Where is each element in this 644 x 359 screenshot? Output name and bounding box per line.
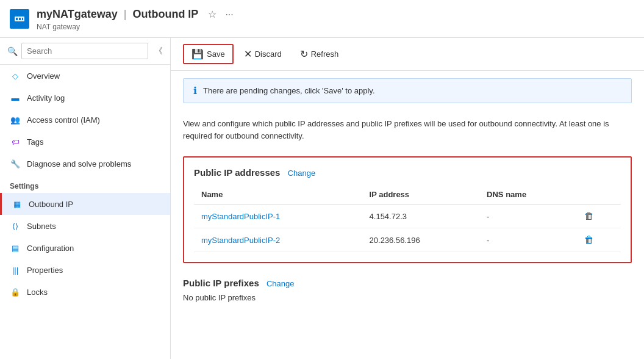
table-row: myStandardPublicIP-14.154.72.3-🗑 [194,205,621,228]
save-button[interactable]: 💾 Save [183,44,234,64]
save-icon: 💾 [191,48,204,60]
more-options-button[interactable]: ··· [223,7,235,23]
sidebar-item-subnets[interactable]: ⟨⟩ Subnets [0,215,170,237]
info-icon: ℹ [193,85,197,96]
sidebar-item-configuration[interactable]: ▤ Configuration [0,237,170,259]
collapse-sidebar-button[interactable]: 《 [154,46,163,57]
sidebar-item-label: Diagnose and solve problems [27,159,131,169]
sidebar-item-label: Properties [27,266,63,275]
favorite-button[interactable]: ☆ [206,6,219,23]
sidebar-item-label: Overview [27,71,60,81]
info-banner: ℹ There are pending changes, click 'Save… [183,78,632,103]
prefix-empty: No public IP prefixes [183,293,632,302]
sidebar-item-overview[interactable]: ◇ Overview [0,65,170,87]
ip-table: Name IP address DNS name myStandardPubli… [194,185,621,252]
ip-table-header: Name IP address DNS name [194,185,621,205]
change-prefix-link[interactable]: Change [267,279,295,288]
page-title: Outbound IP [132,8,198,21]
public-prefix-section: Public IP prefixes Change No public IP p… [171,270,644,310]
sidebar-item-label: Activity log [27,93,65,103]
sidebar-item-label: Locks [27,288,48,297]
description-text: View and configure which public IP addre… [171,111,644,149]
sidebar-item-activity-log[interactable]: ▬ Activity log [0,87,170,109]
col-actions [577,185,621,205]
outbound-ip-icon: ▦ [12,198,23,209]
prefix-title: Public IP prefixes Change [183,278,632,288]
diagnose-icon: 🔧 [10,158,21,169]
configuration-icon: ▤ [10,242,21,253]
svg-rect-3 [22,18,23,20]
delete-ip-button[interactable]: 🗑 [584,211,594,222]
main-content: 💾 Save ✕ Discard ↻ Refresh ℹ There are p… [171,38,644,359]
sidebar: 🔍 《 ◇ Overview ▬ Activity log 👥 Access c… [0,38,171,359]
action-cell: 🗑 [577,228,621,252]
delete-ip-button[interactable]: 🗑 [584,234,594,245]
save-label: Save [207,49,225,59]
refresh-label: Refresh [311,49,339,59]
activity-log-icon: ▬ [10,92,21,103]
sidebar-item-label: Subnets [27,222,56,231]
toolbar: 💾 Save ✕ Discard ↻ Refresh [171,38,644,71]
header-text: myNATgateway | Outbound IP ☆ ··· NAT gat… [37,6,236,31]
discard-label: Discard [255,49,282,59]
tags-icon: 🏷 [10,136,21,147]
ip-name-cell: myStandardPublicIP-1 [194,205,362,228]
refresh-icon: ↻ [300,48,308,60]
col-name: Name [194,185,362,205]
col-ip: IP address [362,185,480,205]
public-ip-section: Public IP addresses Change Name IP addre… [183,156,632,263]
ip-name-cell: myStandardPublicIP-2 [194,228,362,252]
locks-icon: 🔒 [10,286,21,297]
ip-name-link[interactable]: myStandardPublicIP-1 [201,212,280,221]
ip-address-cell: 4.154.72.3 [362,205,480,228]
header-separator: | [124,8,127,21]
table-row: myStandardPublicIP-220.236.56.196-🗑 [194,228,621,252]
resource-type: NAT gateway [37,23,236,31]
ip-name-link[interactable]: myStandardPublicIP-2 [201,236,280,245]
action-cell: 🗑 [577,205,621,228]
nat-gateway-icon [13,13,26,25]
dns-name-cell: - [479,228,577,252]
sidebar-nav: ◇ Overview ▬ Activity log 👥 Access contr… [0,65,170,303]
page-header: myNATgateway | Outbound IP ☆ ··· NAT gat… [0,0,644,38]
svg-rect-1 [16,18,18,20]
search-input[interactable] [21,43,148,59]
search-box: 🔍 《 [0,38,170,65]
info-message: There are pending changes, click 'Save' … [203,86,375,95]
sidebar-item-label: Access control (IAM) [27,115,100,125]
subnets-icon: ⟨⟩ [10,220,21,231]
settings-section-label: Settings [0,175,170,193]
discard-button[interactable]: ✕ Discard [236,45,290,63]
dns-name-cell: - [479,205,577,228]
sidebar-item-properties[interactable]: ||| Properties [0,259,170,281]
sidebar-item-label: Tags [27,137,43,147]
col-dns: DNS name [479,185,577,205]
change-ip-link[interactable]: Change [288,169,316,178]
sidebar-item-locks[interactable]: 🔒 Locks [0,281,170,303]
public-ip-title: Public IP addresses Change [194,167,621,178]
sidebar-item-access-control[interactable]: 👥 Access control (IAM) [0,109,170,131]
ip-table-body: myStandardPublicIP-14.154.72.3-🗑myStanda… [194,205,621,252]
access-control-icon: 👥 [10,114,21,125]
sidebar-item-label: Outbound IP [29,200,73,209]
refresh-button[interactable]: ↻ Refresh [292,45,347,63]
svg-rect-2 [19,18,21,20]
sidebar-item-diagnose[interactable]: 🔧 Diagnose and solve problems [0,153,170,175]
discard-icon: ✕ [244,48,252,60]
ip-address-cell: 20.236.56.196 [362,228,480,252]
search-icon: 🔍 [7,46,18,56]
resource-name: myNATgateway [37,8,118,21]
sidebar-item-label: Configuration [27,244,74,253]
sidebar-item-outbound-ip[interactable]: ▦ Outbound IP [0,193,170,215]
resource-icon [10,9,29,29]
properties-icon: ||| [10,264,21,275]
main-layout: 🔍 《 ◇ Overview ▬ Activity log 👥 Access c… [0,38,644,359]
overview-icon: ◇ [10,70,21,81]
sidebar-item-tags[interactable]: 🏷 Tags [0,131,170,153]
